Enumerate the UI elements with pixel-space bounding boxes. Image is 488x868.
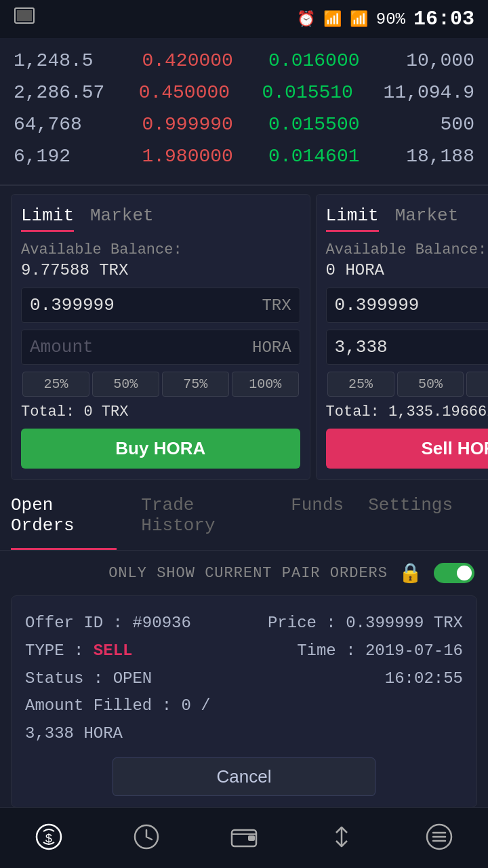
sell-amount-input-row[interactable]: HORA [326, 330, 488, 365]
sell-button[interactable]: Sell HORA [326, 429, 488, 469]
buy-total-label: Total: [21, 403, 75, 420]
order-info-row: Offer ID : #90936 TYPE : SELL Status : O… [25, 610, 463, 748]
nav-menu[interactable] [424, 822, 454, 852]
buy-button[interactable]: Buy HORA [21, 429, 300, 469]
status-bar: ⏰ 📶 📶 90% 16:03 [0, 0, 488, 38]
sell-balance-value: 0 HORA [326, 261, 488, 279]
status-bar-icon [14, 5, 35, 33]
type-value: SELL [94, 642, 133, 660]
buy-tab-market[interactable]: Market [90, 205, 154, 232]
buy-panel: Limit Market Available Balance: 9.77588 … [11, 194, 310, 480]
qty-2: 2,286.57 [14, 82, 108, 103]
sell-price-input-row[interactable]: TRX [326, 288, 488, 323]
order-right-col: Price : 0.399999 TRX Time : 2019-07-16 1… [260, 610, 463, 748]
trade-panels: Limit Market Available Balance: 9.77588 … [0, 191, 488, 483]
orders-section: Open Orders Trade History Funds Settings… [0, 483, 488, 808]
buy-amount-input[interactable] [30, 337, 247, 357]
nav-exchange[interactable]: $ [34, 822, 64, 852]
orders-tab-row: Open Orders Trade History Funds Settings [11, 483, 477, 550]
sell-tab-market[interactable]: Market [395, 205, 459, 232]
nav-history[interactable] [131, 822, 161, 852]
sell-total-row: Total: 1,335.196662 TRX [326, 403, 488, 420]
buy-1: 0.016000 [266, 50, 361, 71]
price-label: Price : [268, 614, 336, 632]
total-3: 500 [393, 114, 474, 135]
tab-settings[interactable]: Settings [368, 483, 453, 550]
buy-tab-limit[interactable]: Limit [21, 205, 74, 232]
sell-pct-75[interactable]: 75% [466, 372, 488, 397]
sell-1: 0.420000 [140, 50, 235, 71]
offer-id-value: #90936 [132, 614, 190, 632]
tab-funds[interactable]: Funds [291, 483, 344, 550]
tab-trade-history[interactable]: Trade History [141, 483, 266, 550]
divider-1 [0, 184, 488, 186]
toggle-label: ONLY SHOW CURRENT PAIR ORDERS [108, 565, 388, 582]
sell-total-value: 1,335.196662 TRX [388, 403, 488, 420]
buy-pct-75[interactable]: 75% [162, 372, 229, 397]
buy-balance-label: Available Balance: [21, 241, 300, 258]
total-2: 11,094.9 [384, 82, 474, 103]
amount-filled-label: Amount Filled : [25, 696, 171, 715]
time-value: 2019-07-16 16:02:55 [365, 642, 463, 688]
status-time: 16:03 [413, 7, 474, 31]
order-book-row-2: 2,286.57 0.450000 0.015510 11,094.9 [14, 77, 474, 108]
open-order-card: Offer ID : #90936 TYPE : SELL Status : O… [11, 595, 477, 808]
offer-id-label: Offer ID : [25, 614, 123, 632]
sell-panel-tabs: Limit Market [326, 205, 488, 232]
buy-balance-value: 9.77588 TRX [21, 261, 300, 279]
wifi-icon: 📶 [323, 10, 342, 28]
sell-pct-row: 25% 50% 75% 100% [326, 372, 488, 397]
buy-price-input-row[interactable]: TRX [21, 288, 300, 323]
svg-rect-6 [248, 835, 255, 841]
sell-4: 1.980000 [140, 146, 235, 167]
lock-icon: 🔒 [399, 561, 423, 585]
signal-icon: 📶 [350, 10, 368, 28]
current-pair-toggle[interactable] [434, 563, 474, 583]
buy-total-row: Total: 0 TRX [21, 403, 300, 420]
sell-3: 0.999990 [140, 114, 235, 135]
buy-pct-25[interactable]: 25% [22, 372, 89, 397]
buy-3: 0.015500 [266, 114, 361, 135]
buy-panel-tabs: Limit Market [21, 205, 300, 232]
order-book-row-4: 6,192 1.980000 0.014601 18,188 [14, 140, 474, 172]
status-value: OPEN [113, 669, 152, 688]
buy-pct-50[interactable]: 50% [92, 372, 159, 397]
buy-price-currency: TRX [262, 296, 291, 315]
battery-level: 90% [376, 10, 405, 28]
order-book-row-1: 1,248.5 0.420000 0.016000 10,000 [14, 45, 474, 77]
buy-total-value: 0 TRX [83, 403, 128, 420]
sell-amount-input[interactable] [335, 337, 488, 357]
qty-3: 64,768 [14, 114, 108, 135]
sell-total-label: Total: [326, 403, 380, 420]
svg-rect-1 [17, 10, 32, 21]
buy-amount-input-row[interactable]: HORA [21, 330, 300, 365]
sell-pct-50[interactable]: 50% [397, 372, 464, 397]
sell-price-input[interactable] [335, 295, 488, 315]
time-label: Time : [297, 642, 355, 660]
buy-2: 0.015510 [260, 82, 355, 103]
total-1: 10,000 [393, 50, 474, 71]
type-label: TYPE : [25, 642, 83, 660]
qty-4: 6,192 [14, 146, 108, 167]
order-book: 1,248.5 0.420000 0.016000 10,000 2,286.5… [0, 38, 488, 179]
nav-wallet[interactable] [229, 822, 259, 852]
buy-pct-row: 25% 50% 75% 100% [21, 372, 300, 397]
buy-4: 0.014601 [266, 146, 361, 167]
total-4: 18,188 [393, 146, 474, 167]
tab-open-orders[interactable]: Open Orders [11, 483, 117, 550]
toggle-row: ONLY SHOW CURRENT PAIR ORDERS 🔒 [0, 551, 488, 595]
sell-2: 0.450000 [137, 82, 232, 103]
status-label: Status : [25, 669, 103, 688]
buy-price-input[interactable] [30, 295, 256, 315]
sell-balance-label: Available Balance: [326, 241, 488, 258]
orders-tabs: Open Orders Trade History Funds Settings [0, 483, 488, 551]
sell-tab-limit[interactable]: Limit [326, 205, 379, 232]
nav-transfer[interactable] [327, 822, 357, 852]
sell-panel: Limit Market Available Balance: 0 HORA T… [316, 194, 488, 480]
price-value: 0.399999 TRX [346, 614, 463, 632]
alarm-icon: ⏰ [297, 10, 315, 28]
qty-1: 1,248.5 [14, 50, 108, 71]
cancel-button[interactable]: Cancel [113, 757, 375, 796]
buy-pct-100[interactable]: 100% [232, 372, 299, 397]
sell-pct-25[interactable]: 25% [327, 372, 394, 397]
